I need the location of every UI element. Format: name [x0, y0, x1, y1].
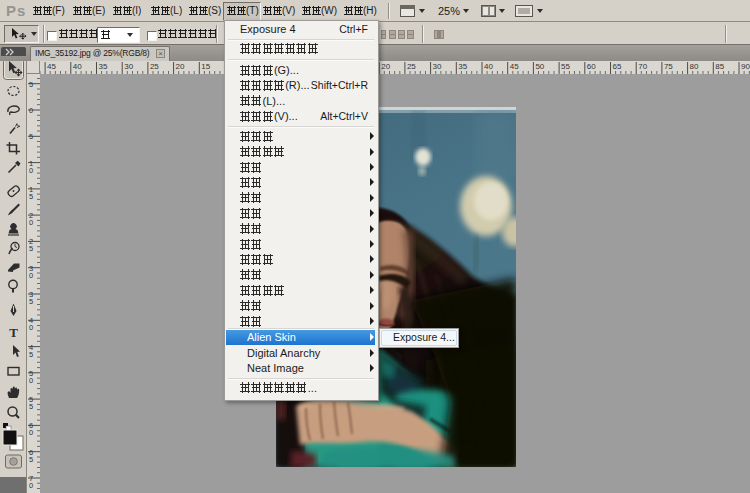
- svg-text:45: 45: [47, 62, 56, 71]
- svg-text:0: 0: [29, 481, 33, 490]
- svg-text:35: 35: [458, 62, 467, 71]
- svg-text:45: 45: [510, 62, 519, 71]
- svg-text:5: 5: [29, 297, 33, 306]
- svg-text:5: 5: [29, 132, 33, 141]
- svg-text:5: 5: [29, 455, 33, 464]
- svg-text:5: 5: [29, 192, 33, 201]
- svg-text:5: 5: [29, 350, 33, 359]
- svg-text:90: 90: [741, 62, 750, 71]
- svg-text:30: 30: [124, 62, 133, 71]
- svg-text:65: 65: [613, 62, 622, 71]
- svg-text:5: 5: [29, 402, 33, 411]
- svg-text:85: 85: [715, 62, 724, 71]
- svg-text:5: 5: [29, 244, 33, 253]
- svg-text:55: 55: [561, 62, 570, 71]
- svg-text:0: 0: [29, 218, 33, 227]
- svg-text:70: 70: [638, 62, 647, 71]
- svg-text:15: 15: [201, 62, 210, 71]
- svg-text:35: 35: [99, 62, 108, 71]
- svg-text:75: 75: [664, 62, 673, 71]
- svg-text:40: 40: [73, 62, 82, 71]
- svg-text:50: 50: [535, 62, 544, 71]
- svg-text:0: 0: [29, 271, 33, 280]
- svg-text:0: 0: [29, 376, 33, 385]
- svg-text:25: 25: [407, 62, 416, 71]
- svg-text:80: 80: [690, 62, 699, 71]
- svg-text:20: 20: [176, 62, 185, 71]
- svg-text:40: 40: [484, 62, 493, 71]
- svg-text:0: 0: [29, 166, 33, 175]
- svg-text:30: 30: [433, 62, 442, 71]
- svg-text:0: 0: [29, 323, 33, 332]
- svg-text:60: 60: [587, 62, 596, 71]
- svg-text:25: 25: [150, 62, 159, 71]
- svg-text:0: 0: [29, 428, 33, 437]
- svg-text:0: 0: [29, 106, 33, 115]
- svg-text:5: 5: [29, 80, 33, 89]
- svg-text:T: T: [9, 325, 18, 340]
- svg-text:20: 20: [381, 62, 390, 71]
